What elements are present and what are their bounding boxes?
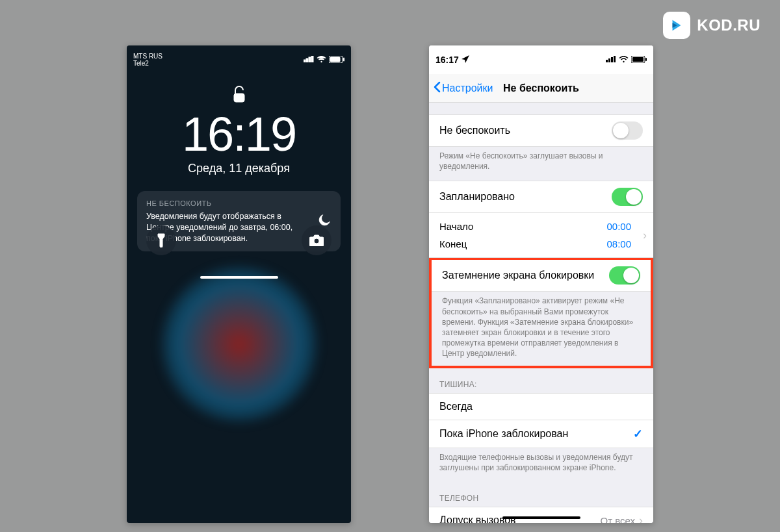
footnote-dnd: Режим «Не беспокоить» заглушает вызовы и… (429, 147, 653, 181)
camera-button[interactable] (302, 225, 332, 255)
start-label: Начало (439, 221, 473, 232)
svg-rect-19 (632, 57, 644, 62)
svg-rect-9 (330, 57, 340, 62)
switch-do-not-disturb[interactable] (612, 121, 643, 140)
row-label: Затемнение экрана блокировки (442, 270, 594, 281)
row-label: Запланировано (439, 191, 515, 203)
row-value: От всех (600, 515, 635, 523)
home-indicator[interactable] (502, 516, 580, 519)
svg-rect-12 (606, 60, 608, 62)
status-right (304, 56, 344, 64)
phone-settings: 16:17 Настройки Не беспокоить Не беспоко… (429, 45, 653, 523)
status-bar: MTS RUS Tele2 (127, 45, 351, 74)
svg-rect-18 (645, 58, 647, 61)
watermark-text: KOD.RU (697, 16, 760, 34)
phone-lockscreen: MTS RUS Tele2 16:19 Среда, 11 декабря НЕ… (127, 45, 351, 523)
carrier-labels: MTS RUS Tele2 (133, 53, 162, 67)
svg-point-6 (320, 60, 322, 62)
kod-logo-icon (663, 12, 690, 39)
chevron-right-icon: › (643, 229, 647, 242)
switch-scheduled[interactable] (612, 188, 643, 206)
end-label: Конец (439, 238, 467, 249)
svg-point-11 (314, 238, 319, 244)
row-do-not-disturb[interactable]: Не беспокоить (429, 114, 653, 147)
lock-time: 16:19 (127, 107, 351, 162)
battery-icon (329, 56, 344, 64)
status-bar: 16:17 (429, 45, 653, 74)
section-header-silence: ТИШИНА: (429, 368, 653, 393)
battery-icon (631, 56, 647, 64)
lock-date: Среда, 11 декабря (127, 162, 351, 175)
settings-list[interactable]: Не беспокоить Режим «Не беспокоить» загл… (429, 103, 653, 523)
status-time: 16:17 (436, 55, 459, 65)
svg-rect-13 (608, 58, 610, 62)
nav-back-button[interactable]: Настройки (429, 81, 493, 95)
dnd-card-title: НЕ БЕСПОКОИТЬ (146, 199, 309, 209)
svg-rect-8 (343, 58, 344, 61)
svg-point-16 (623, 60, 624, 62)
svg-rect-5 (311, 56, 313, 62)
row-scheduled[interactable]: Запланировано (429, 181, 653, 213)
nav-title: Не беспокоить (503, 82, 579, 94)
row-label: Пока iPhone заблокирован (439, 428, 568, 440)
svg-rect-4 (309, 57, 311, 62)
row-schedule-times[interactable]: Начало 00:00 Конец 08:00 › (429, 213, 653, 258)
row-label: Не беспокоить (439, 125, 510, 136)
wifi-icon (619, 56, 629, 64)
chevron-left-icon (433, 81, 441, 95)
home-indicator[interactable] (200, 276, 278, 279)
svg-rect-3 (306, 58, 308, 62)
start-value: 00:00 (606, 221, 631, 232)
flashlight-button[interactable] (146, 225, 176, 255)
footnote-dim: Функция «Запланировано» активирует режим… (432, 292, 651, 365)
svg-rect-2 (304, 60, 306, 62)
wallpaper (161, 266, 317, 422)
carrier-primary: MTS RUS (133, 53, 162, 60)
row-dim-lockscreen[interactable]: Затемнение экрана блокировки (432, 260, 651, 292)
nav-back-label: Настройки (442, 82, 493, 94)
svg-rect-15 (614, 56, 616, 62)
signal-icon (304, 56, 314, 64)
status-right (606, 56, 647, 64)
row-silence-while-locked[interactable]: Пока iPhone заблокирован ✓ (429, 420, 653, 448)
footnote-silence: Входящие телефонные вызовы и уведомления… (429, 448, 653, 482)
highlighted-section: Затемнение экрана блокировки Функция «За… (429, 257, 653, 368)
switch-dim-lockscreen[interactable] (609, 266, 640, 285)
chevron-right-icon: › (639, 514, 643, 523)
checkmark-icon: ✓ (633, 427, 643, 441)
lock-open-icon (127, 86, 351, 105)
section-header-phone: ТЕЛЕФОН (429, 482, 653, 507)
row-allow-calls-from[interactable]: Допуск вызовов От всех › (429, 507, 653, 523)
location-icon (462, 55, 469, 65)
row-label: Всегда (439, 401, 473, 412)
wifi-icon (317, 56, 326, 64)
carrier-secondary: Tele2 (133, 60, 162, 67)
svg-rect-14 (611, 57, 613, 62)
watermark: KOD.RU (663, 12, 760, 39)
end-value: 08:00 (606, 238, 631, 249)
svg-rect-10 (234, 94, 244, 102)
signal-icon (606, 56, 616, 64)
nav-bar: Настройки Не беспокоить (429, 74, 653, 103)
row-silence-always[interactable]: Всегда (429, 393, 653, 420)
